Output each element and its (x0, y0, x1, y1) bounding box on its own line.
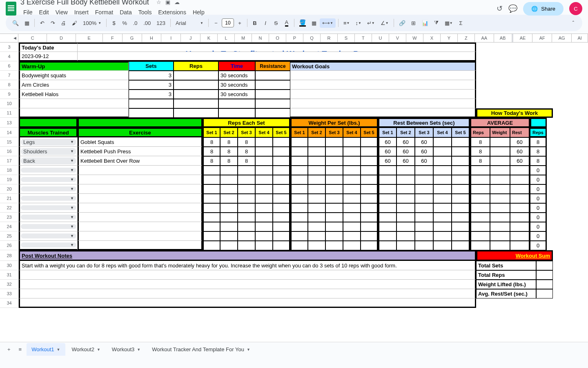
font-size-input[interactable] (222, 18, 234, 27)
post-notes-text[interactable]: Start with a weight you can do for 8 rep… (19, 261, 476, 270)
muscle-dropdown[interactable]: ▼ (19, 231, 78, 241)
all-sheets-icon[interactable]: ≡ (16, 344, 25, 355)
muscle-dropdown[interactable]: Shoulders▼ (19, 147, 78, 156)
insert-comment-icon[interactable]: ⊞ (409, 18, 419, 28)
comment-icon[interactable]: 💬 (508, 4, 517, 13)
paint-format-icon[interactable]: 🖌 (69, 18, 80, 28)
exercise-cell[interactable] (78, 231, 203, 241)
collapse-icon[interactable]: ˆ (568, 18, 578, 28)
zoom-select[interactable]: 100% ▼ (80, 18, 104, 28)
share-button[interactable]: 🌐 Share (523, 2, 564, 16)
percent-icon[interactable]: % (120, 18, 129, 28)
increase-decimal-icon[interactable]: .00 (141, 18, 153, 28)
wrap-icon[interactable]: ↵ ▼ (365, 18, 377, 28)
colhdr-c[interactable]: C (18, 34, 47, 42)
rest-between-header: Rest Between Sets (sec) (378, 118, 470, 128)
fill-color-icon[interactable]: 🪣 (297, 18, 308, 28)
exercise-cell[interactable] (78, 166, 203, 175)
colhdr-e[interactable]: E (76, 34, 103, 42)
muscle-dropdown[interactable]: ▼ (19, 175, 78, 184)
muscle-dropdown[interactable]: ▼ (19, 194, 78, 203)
link-icon[interactable]: 🔗 (396, 18, 408, 28)
muscle-dropdown[interactable]: ▼ (19, 184, 78, 194)
exercise-cell[interactable] (78, 194, 203, 203)
filter-views-icon[interactable]: ▦ ▼ (442, 18, 455, 28)
warmup-name[interactable]: Kettlebell Halos (19, 90, 129, 99)
sheets-logo[interactable] (6, 2, 16, 16)
todays-date-value[interactable]: 2023-09-12 (19, 52, 78, 61)
average-header: AVERAGE (470, 118, 530, 128)
exercise-cell[interactable] (78, 184, 203, 194)
decrease-font-icon[interactable]: − (211, 18, 221, 28)
tab-template[interactable]: Workout Tracker And Template For You▼ (147, 343, 255, 356)
exercise-cell[interactable]: Kettlebell Bent Over Row (78, 156, 203, 166)
decrease-decimal-icon[interactable]: .0 (130, 18, 140, 28)
exercise-cell[interactable] (78, 222, 203, 231)
exercise-cell[interactable]: Goblet Squats (78, 137, 203, 147)
menu-data[interactable]: Data (117, 7, 135, 17)
tab-workout2[interactable]: Workout2▼ (67, 343, 105, 356)
print-icon[interactable]: 🖨 (58, 18, 69, 28)
valign-icon[interactable]: ↕ ▼ (353, 18, 363, 28)
rotate-icon[interactable]: ∠ ▼ (378, 18, 391, 28)
exercise-cell[interactable] (78, 175, 203, 184)
menu-edit[interactable]: Edit (36, 7, 52, 17)
muscles-header: Muscles Trained (19, 128, 78, 137)
column-headers[interactable]: ◀ C D E F G H I J K L M N O P Q R S T U … (0, 34, 588, 43)
increase-font-icon[interactable]: + (235, 18, 245, 28)
menu-format[interactable]: Format (92, 7, 116, 17)
history-icon[interactable]: ↺ (497, 4, 503, 13)
redo-icon[interactable]: ↷ (48, 18, 58, 28)
exercise-header: Exercise (78, 128, 203, 137)
muscle-dropdown[interactable]: ▼ (19, 166, 78, 175)
menu-help[interactable]: Help (190, 7, 207, 17)
insert-chart-icon[interactable]: 📊 (419, 18, 431, 28)
doc-name[interactable]: 3 Exercise Full Body Kettlebell Workout (20, 0, 149, 7)
menu-view[interactable]: View (53, 7, 71, 17)
upgrade-link[interactable]: Upgrade To Stayfitcentral Workout Tracke… (186, 49, 367, 52)
muscle-dropdown[interactable]: ▼ (19, 213, 78, 222)
muscle-dropdown[interactable]: Back▼ (19, 156, 78, 166)
star-icon[interactable]: ☆ (156, 0, 161, 5)
italic-icon[interactable]: I (261, 18, 270, 28)
colhdr-d[interactable]: D (47, 34, 76, 42)
functions-icon[interactable]: Σ (456, 18, 466, 28)
strike-icon[interactable]: S (271, 18, 281, 28)
menu-tools[interactable]: Tools (136, 7, 155, 17)
muscle-dropdown[interactable]: ▼ (19, 203, 78, 213)
avatar[interactable]: C (569, 2, 582, 15)
bold-icon[interactable]: B (250, 18, 260, 28)
summary-header: Workout Sum (476, 250, 553, 261)
add-sheet-icon[interactable]: + (4, 344, 14, 355)
exercise-cell[interactable] (78, 213, 203, 222)
borders-icon[interactable]: ▦ (309, 18, 319, 28)
exercise-cell[interactable]: Kettlebell Push Press (78, 147, 203, 156)
tab-workout3[interactable]: Workout3▼ (107, 343, 145, 356)
merge-icon[interactable]: ⟷ ▼ (320, 18, 336, 28)
cloud-icon[interactable]: ☁ (174, 0, 180, 5)
row-header[interactable]: 3 (0, 43, 19, 52)
font-select[interactable]: Arial▼ (173, 18, 206, 28)
print-area-icon[interactable]: ▦ (22, 18, 32, 28)
muscle-dropdown[interactable]: Legs▼ (19, 137, 78, 147)
muscle-dropdown[interactable]: ▼ (19, 241, 78, 250)
currency-icon[interactable]: $ (109, 18, 119, 28)
text-color-icon[interactable]: A (282, 18, 292, 28)
tab-workout1[interactable]: Workout1▼ (27, 343, 65, 356)
spreadsheet-grid[interactable]: 3 Today's Date Upgrade To Stayfitcentral… (0, 43, 588, 342)
todays-date-label: Today's Date (19, 43, 78, 52)
menu-file[interactable]: File (20, 7, 36, 17)
warmup-name[interactable]: Bodyweight squats (19, 71, 129, 80)
more-formats-icon[interactable]: 123 (154, 18, 168, 28)
exercise-cell[interactable] (78, 203, 203, 213)
warmup-name[interactable]: Arm Circles (19, 80, 129, 90)
menu-extensions[interactable]: Extensions (155, 7, 189, 17)
move-icon[interactable]: ▣ (165, 0, 170, 5)
halign-icon[interactable]: ≡ ▼ (341, 18, 352, 28)
search-menus-icon[interactable]: 🔍 (10, 18, 21, 28)
exercise-cell[interactable] (78, 241, 203, 250)
filter-icon[interactable]: ⧩ (432, 18, 441, 28)
muscle-dropdown[interactable]: ▼ (19, 222, 78, 231)
menu-insert[interactable]: Insert (71, 7, 91, 17)
undo-icon[interactable]: ↶ (37, 18, 47, 28)
